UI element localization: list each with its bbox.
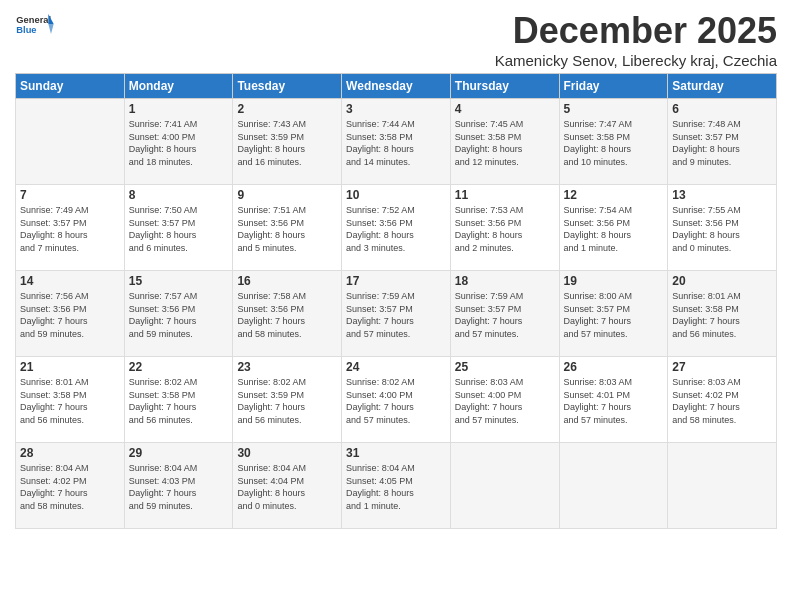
day-info: Sunrise: 8:03 AM Sunset: 4:00 PM Dayligh…: [455, 376, 555, 426]
day-number: 19: [564, 274, 664, 288]
day-number: 20: [672, 274, 772, 288]
header-wednesday: Wednesday: [342, 74, 451, 99]
day-info: Sunrise: 8:04 AM Sunset: 4:05 PM Dayligh…: [346, 462, 446, 512]
header-friday: Friday: [559, 74, 668, 99]
day-info: Sunrise: 7:59 AM Sunset: 3:57 PM Dayligh…: [346, 290, 446, 340]
day-number: 8: [129, 188, 229, 202]
calendar-cell: 29Sunrise: 8:04 AM Sunset: 4:03 PM Dayli…: [124, 443, 233, 529]
day-number: 14: [20, 274, 120, 288]
day-number: 16: [237, 274, 337, 288]
logo: General Blue: [15, 10, 55, 38]
day-info: Sunrise: 8:02 AM Sunset: 4:00 PM Dayligh…: [346, 376, 446, 426]
calendar-cell: 8Sunrise: 7:50 AM Sunset: 3:57 PM Daylig…: [124, 185, 233, 271]
day-info: Sunrise: 8:04 AM Sunset: 4:02 PM Dayligh…: [20, 462, 120, 512]
day-info: Sunrise: 7:41 AM Sunset: 4:00 PM Dayligh…: [129, 118, 229, 168]
day-info: Sunrise: 7:53 AM Sunset: 3:56 PM Dayligh…: [455, 204, 555, 254]
day-number: 30: [237, 446, 337, 460]
day-number: 23: [237, 360, 337, 374]
calendar-cell: 16Sunrise: 7:58 AM Sunset: 3:56 PM Dayli…: [233, 271, 342, 357]
calendar-week-row: 21Sunrise: 8:01 AM Sunset: 3:58 PM Dayli…: [16, 357, 777, 443]
day-number: 25: [455, 360, 555, 374]
day-number: 13: [672, 188, 772, 202]
day-number: 29: [129, 446, 229, 460]
calendar-table: Sunday Monday Tuesday Wednesday Thursday…: [15, 73, 777, 529]
day-number: 9: [237, 188, 337, 202]
title-block: December 2025 Kamenicky Senov, Liberecky…: [495, 10, 777, 69]
day-number: 31: [346, 446, 446, 460]
day-info: Sunrise: 7:55 AM Sunset: 3:56 PM Dayligh…: [672, 204, 772, 254]
day-info: Sunrise: 8:02 AM Sunset: 3:59 PM Dayligh…: [237, 376, 337, 426]
day-info: Sunrise: 7:57 AM Sunset: 3:56 PM Dayligh…: [129, 290, 229, 340]
header: General Blue December 2025 Kamenicky Sen…: [15, 10, 777, 69]
calendar-cell: [16, 99, 125, 185]
calendar-cell: 18Sunrise: 7:59 AM Sunset: 3:57 PM Dayli…: [450, 271, 559, 357]
page-container: General Blue December 2025 Kamenicky Sen…: [0, 0, 792, 539]
calendar-cell: 21Sunrise: 8:01 AM Sunset: 3:58 PM Dayli…: [16, 357, 125, 443]
calendar-cell: 24Sunrise: 8:02 AM Sunset: 4:00 PM Dayli…: [342, 357, 451, 443]
calendar-cell: [450, 443, 559, 529]
calendar-cell: 22Sunrise: 8:02 AM Sunset: 3:58 PM Dayli…: [124, 357, 233, 443]
day-number: 24: [346, 360, 446, 374]
day-number: 18: [455, 274, 555, 288]
svg-marker-3: [48, 24, 53, 34]
day-info: Sunrise: 7:45 AM Sunset: 3:58 PM Dayligh…: [455, 118, 555, 168]
day-number: 10: [346, 188, 446, 202]
calendar-cell: [668, 443, 777, 529]
calendar-cell: 20Sunrise: 8:01 AM Sunset: 3:58 PM Dayli…: [668, 271, 777, 357]
calendar-cell: 13Sunrise: 7:55 AM Sunset: 3:56 PM Dayli…: [668, 185, 777, 271]
calendar-cell: 12Sunrise: 7:54 AM Sunset: 3:56 PM Dayli…: [559, 185, 668, 271]
calendar-cell: 11Sunrise: 7:53 AM Sunset: 3:56 PM Dayli…: [450, 185, 559, 271]
calendar-cell: 5Sunrise: 7:47 AM Sunset: 3:58 PM Daylig…: [559, 99, 668, 185]
day-info: Sunrise: 8:01 AM Sunset: 3:58 PM Dayligh…: [672, 290, 772, 340]
day-info: Sunrise: 7:43 AM Sunset: 3:59 PM Dayligh…: [237, 118, 337, 168]
day-info: Sunrise: 8:04 AM Sunset: 4:03 PM Dayligh…: [129, 462, 229, 512]
day-info: Sunrise: 8:00 AM Sunset: 3:57 PM Dayligh…: [564, 290, 664, 340]
day-number: 15: [129, 274, 229, 288]
day-info: Sunrise: 8:03 AM Sunset: 4:02 PM Dayligh…: [672, 376, 772, 426]
calendar-cell: 26Sunrise: 8:03 AM Sunset: 4:01 PM Dayli…: [559, 357, 668, 443]
calendar-cell: 15Sunrise: 7:57 AM Sunset: 3:56 PM Dayli…: [124, 271, 233, 357]
day-number: 7: [20, 188, 120, 202]
calendar-week-row: 14Sunrise: 7:56 AM Sunset: 3:56 PM Dayli…: [16, 271, 777, 357]
header-thursday: Thursday: [450, 74, 559, 99]
calendar-cell: 28Sunrise: 8:04 AM Sunset: 4:02 PM Dayli…: [16, 443, 125, 529]
day-info: Sunrise: 7:52 AM Sunset: 3:56 PM Dayligh…: [346, 204, 446, 254]
header-saturday: Saturday: [668, 74, 777, 99]
calendar-cell: 31Sunrise: 8:04 AM Sunset: 4:05 PM Dayli…: [342, 443, 451, 529]
day-info: Sunrise: 7:50 AM Sunset: 3:57 PM Dayligh…: [129, 204, 229, 254]
day-info: Sunrise: 7:59 AM Sunset: 3:57 PM Dayligh…: [455, 290, 555, 340]
day-info: Sunrise: 7:58 AM Sunset: 3:56 PM Dayligh…: [237, 290, 337, 340]
calendar-week-row: 7Sunrise: 7:49 AM Sunset: 3:57 PM Daylig…: [16, 185, 777, 271]
calendar-cell: 6Sunrise: 7:48 AM Sunset: 3:57 PM Daylig…: [668, 99, 777, 185]
day-number: 22: [129, 360, 229, 374]
header-tuesday: Tuesday: [233, 74, 342, 99]
day-info: Sunrise: 7:51 AM Sunset: 3:56 PM Dayligh…: [237, 204, 337, 254]
calendar-cell: 30Sunrise: 8:04 AM Sunset: 4:04 PM Dayli…: [233, 443, 342, 529]
day-number: 17: [346, 274, 446, 288]
day-info: Sunrise: 7:54 AM Sunset: 3:56 PM Dayligh…: [564, 204, 664, 254]
calendar-cell: 25Sunrise: 8:03 AM Sunset: 4:00 PM Dayli…: [450, 357, 559, 443]
day-info: Sunrise: 8:02 AM Sunset: 3:58 PM Dayligh…: [129, 376, 229, 426]
day-info: Sunrise: 7:47 AM Sunset: 3:58 PM Dayligh…: [564, 118, 664, 168]
calendar-week-row: 1Sunrise: 7:41 AM Sunset: 4:00 PM Daylig…: [16, 99, 777, 185]
calendar-cell: 7Sunrise: 7:49 AM Sunset: 3:57 PM Daylig…: [16, 185, 125, 271]
calendar-header-row: Sunday Monday Tuesday Wednesday Thursday…: [16, 74, 777, 99]
logo-icon: General Blue: [15, 10, 55, 38]
calendar-cell: 27Sunrise: 8:03 AM Sunset: 4:02 PM Dayli…: [668, 357, 777, 443]
calendar-cell: 10Sunrise: 7:52 AM Sunset: 3:56 PM Dayli…: [342, 185, 451, 271]
calendar-cell: 3Sunrise: 7:44 AM Sunset: 3:58 PM Daylig…: [342, 99, 451, 185]
day-number: 21: [20, 360, 120, 374]
day-number: 5: [564, 102, 664, 116]
calendar-cell: 19Sunrise: 8:00 AM Sunset: 3:57 PM Dayli…: [559, 271, 668, 357]
calendar-cell: 4Sunrise: 7:45 AM Sunset: 3:58 PM Daylig…: [450, 99, 559, 185]
day-number: 26: [564, 360, 664, 374]
calendar-cell: 23Sunrise: 8:02 AM Sunset: 3:59 PM Dayli…: [233, 357, 342, 443]
calendar-cell: 1Sunrise: 7:41 AM Sunset: 4:00 PM Daylig…: [124, 99, 233, 185]
calendar-cell: [559, 443, 668, 529]
location-subtitle: Kamenicky Senov, Liberecky kraj, Czechia: [495, 52, 777, 69]
day-info: Sunrise: 8:03 AM Sunset: 4:01 PM Dayligh…: [564, 376, 664, 426]
day-info: Sunrise: 7:48 AM Sunset: 3:57 PM Dayligh…: [672, 118, 772, 168]
day-info: Sunrise: 8:01 AM Sunset: 3:58 PM Dayligh…: [20, 376, 120, 426]
calendar-cell: 17Sunrise: 7:59 AM Sunset: 3:57 PM Dayli…: [342, 271, 451, 357]
day-info: Sunrise: 7:56 AM Sunset: 3:56 PM Dayligh…: [20, 290, 120, 340]
